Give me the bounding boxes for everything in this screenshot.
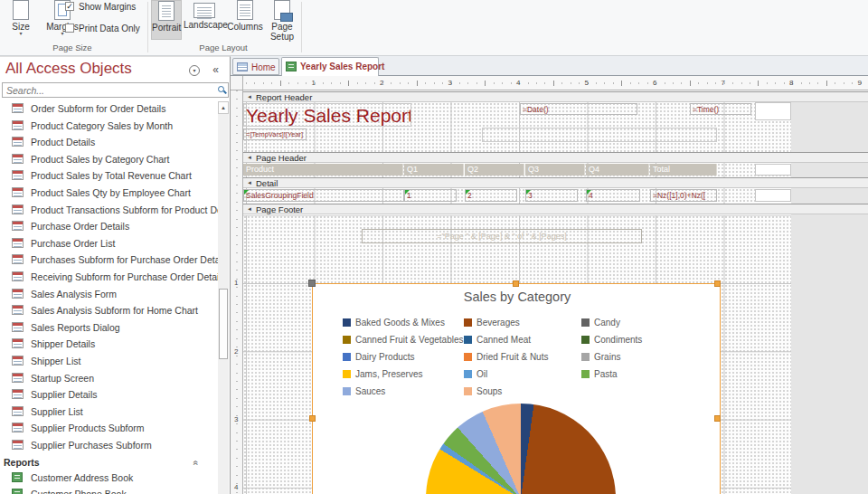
- tab-yearly-sales-report[interactable]: Yearly Sales Report: [281, 57, 379, 76]
- nav-item-form[interactable]: Sales Analysis Form: [0, 287, 219, 303]
- nav-scrollbar[interactable]: ▲: [218, 101, 229, 494]
- nav-item-form[interactable]: Shipper Details: [0, 337, 219, 353]
- group-separator: [301, 2, 302, 52]
- nav-item-form[interactable]: Product Sales by Total Revenue Chart: [0, 168, 219, 185]
- detail-textbox[interactable]: =Nz([1],0)+Nz([: [650, 189, 717, 202]
- report-header-bar[interactable]: ◄ Report Header: [243, 91, 868, 102]
- shutter-bar-close-icon[interactable]: «: [212, 63, 219, 76]
- nav-item-form[interactable]: Startup Screen: [0, 371, 219, 387]
- chart-move-handle[interactable]: [308, 280, 316, 287]
- nav-item-form[interactable]: Sales Reports Dialog: [0, 320, 219, 337]
- legend-label: Beverages: [476, 318, 520, 328]
- detail-textbox[interactable]: SalesGroupingField: [243, 189, 404, 202]
- chart-resize-handle[interactable]: [714, 415, 721, 422]
- legend-label: Baked Goods & Mixes: [355, 318, 445, 328]
- scrollbar-up-arrow-icon[interactable]: ▲: [218, 101, 229, 114]
- legend-label: Sauces: [355, 386, 385, 396]
- nav-item-form[interactable]: Supplier List: [0, 404, 219, 421]
- page-footer-bar[interactable]: ◄ Page Footer: [243, 204, 868, 214]
- tab-home[interactable]: Home: [232, 58, 279, 75]
- page-footer-bar-label: Page Footer: [256, 204, 303, 214]
- nav-item-form[interactable]: Shipper List: [0, 354, 219, 370]
- nav-item-label: Supplier Details: [31, 389, 98, 400]
- columns-button[interactable]: Columns: [226, 0, 264, 32]
- nav-item-label: Product Sales Qty by Employee Chart: [31, 187, 191, 198]
- h-ruler-number: 2: [380, 79, 383, 87]
- nav-item-form[interactable]: Receiving Subform for Purchase Order Det…: [0, 270, 219, 286]
- scrollbar-thumb[interactable]: [219, 289, 228, 359]
- column-header-product[interactable]: Product: [243, 164, 403, 176]
- nav-object-list: Order Subform for Order DetailsProduct C…: [0, 101, 219, 494]
- detail-textbox[interactable]: 4: [586, 189, 640, 202]
- h-ruler-half-tick: [280, 81, 281, 86]
- nav-pane-title[interactable]: All Access Objects: [5, 60, 132, 78]
- nav-item-form[interactable]: Product Sales Qty by Employee Chart: [0, 185, 219, 202]
- detail-textbox[interactable]: 1: [404, 189, 457, 202]
- nav-item-form[interactable]: Supplier Details: [0, 387, 219, 404]
- detail-bar[interactable]: ◄ Detail: [243, 177, 868, 188]
- detail-textbox[interactable]: 3: [525, 189, 578, 202]
- nav-item-form[interactable]: Product Sales by Category Chart: [0, 152, 219, 168]
- nav-menu-dropdown-icon[interactable]: ▾: [189, 65, 200, 76]
- tab-yearly-sales-report-label: Yearly Sales Report: [300, 62, 384, 71]
- page-number-box[interactable]: [755, 189, 791, 202]
- collapse-group-icon[interactable]: «: [192, 460, 202, 465]
- report-title-label[interactable]: Yearly Sales Report: [243, 103, 411, 127]
- nav-item-form[interactable]: Product Transactions Subform for Product…: [0, 203, 219, 219]
- nav-item-form[interactable]: Purchase Order Details: [0, 219, 219, 235]
- column-header-q2[interactable]: Q2: [465, 164, 524, 176]
- nav-item-label: Purchase Order List: [31, 238, 115, 249]
- time-textbox[interactable]: =Time(): [690, 103, 751, 115]
- chart-resize-handle[interactable]: [714, 280, 721, 287]
- page-setup-button[interactable]: Page Setup: [265, 0, 299, 42]
- nav-item-form[interactable]: Sales Analysis Subform for Home Chart: [0, 303, 219, 319]
- chart-resize-handle[interactable]: [309, 415, 316, 422]
- chart-resize-handle[interactable]: [513, 280, 519, 287]
- h-ruler-half-tick: [621, 81, 622, 86]
- group-separator: [147, 2, 148, 52]
- page-header-bar[interactable]: ◄ Page Header: [243, 152, 868, 163]
- form-icon: [12, 289, 24, 299]
- h-ruler-half-tick: [485, 81, 486, 86]
- nav-item-form[interactable]: Product Details: [0, 135, 219, 151]
- form-icon: [12, 338, 24, 348]
- nav-item-form[interactable]: Order Subform for Order Details: [0, 101, 219, 118]
- print-data-only-checkbox[interactable]: [65, 24, 74, 33]
- column-header-total[interactable]: Total: [650, 164, 717, 176]
- nav-item-form[interactable]: Supplier Purchases Subform: [0, 438, 219, 454]
- nav-item-report[interactable]: Customer Phone Book: [0, 487, 219, 494]
- column-header-q4[interactable]: Q4: [586, 164, 649, 176]
- nav-item-label: Customer Address Book: [31, 472, 133, 483]
- nav-item-report[interactable]: Customer Address Book: [0, 470, 219, 487]
- search-input[interactable]: [6, 84, 205, 96]
- landscape-button[interactable]: Landscape: [184, 0, 225, 30]
- tempvars-year-textbox[interactable]: =[TempVars]![Year]: [243, 128, 307, 140]
- page-number-expression-textbox[interactable]: ="Page " & [Page] & " of " & [Pages]: [362, 229, 642, 243]
- report-icon: [12, 489, 23, 494]
- form-icon: [12, 103, 24, 113]
- nav-item-label: Shipper Details: [31, 338, 95, 349]
- page-number-box[interactable]: [755, 164, 791, 176]
- detail-textbox[interactable]: 2: [465, 189, 517, 202]
- reports-group-header[interactable]: Reports«: [0, 455, 219, 470]
- search-icon[interactable]: [218, 86, 224, 92]
- size-button[interactable]: Size ▾: [5, 0, 36, 36]
- h-ruler-half-tick: [348, 81, 349, 86]
- nav-item-form[interactable]: Supplier Products Subform: [0, 421, 219, 437]
- nav-item-form[interactable]: Purchases Subform for Purchase Order Det…: [0, 252, 219, 269]
- sales-by-category-chart[interactable]: Sales by Category Baked Goods & MixesBev…: [312, 283, 721, 494]
- nav-item-form[interactable]: Product Category Sales by Month: [0, 119, 219, 135]
- column-header-q3[interactable]: Q3: [525, 164, 585, 176]
- page-number-box[interactable]: [755, 102, 791, 120]
- column-header-q1[interactable]: Q1: [404, 164, 464, 176]
- portrait-button[interactable]: Portrait: [151, 0, 182, 40]
- legend-label: Oil: [476, 369, 487, 379]
- legend-swatch: [464, 318, 472, 327]
- empty-textbox[interactable]: [482, 128, 717, 142]
- nav-item-form[interactable]: Purchase Order List: [0, 236, 219, 252]
- nav-item-label: Purchase Order Details: [31, 221, 129, 232]
- report-design-canvas: ◄ Report Header ◄ Page Header ◄ Detail ◄…: [243, 90, 868, 494]
- nav-item-label: Product Details: [31, 137, 95, 147]
- date-textbox[interactable]: =Date(): [520, 103, 637, 115]
- show-margins-checkbox[interactable]: ✓: [65, 2, 74, 11]
